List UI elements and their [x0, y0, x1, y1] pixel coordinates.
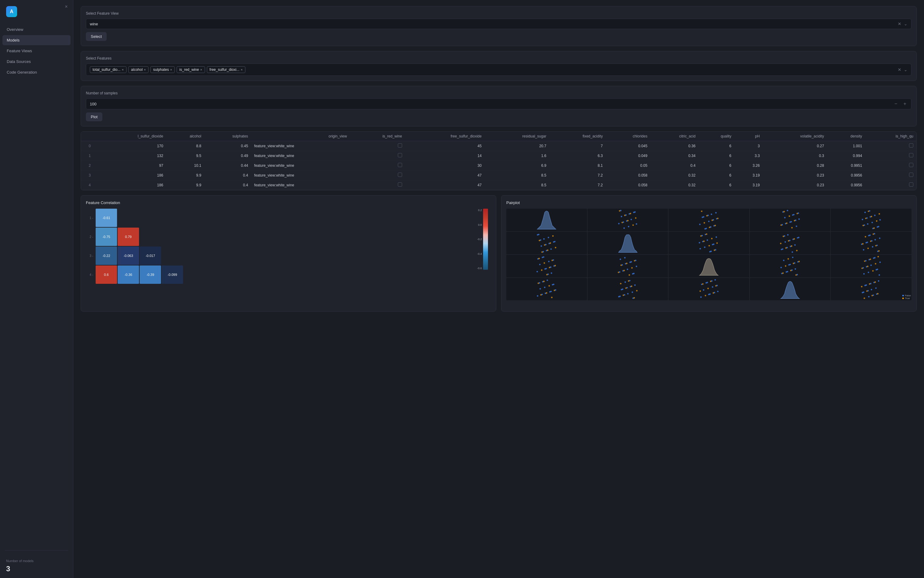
decrement-button[interactable]: − — [893, 101, 898, 107]
sidebar-item-data-sources[interactable]: Data Sources — [2, 57, 71, 67]
col-header-origin-view: origin_view — [251, 132, 350, 141]
svg-point-19 — [620, 210, 622, 211]
svg-point-171 — [548, 261, 550, 262]
cell-is-red-wine — [350, 151, 405, 161]
close-button[interactable]: × — [63, 4, 69, 10]
svg-point-71 — [864, 212, 866, 213]
increment-button[interactable]: + — [902, 101, 908, 107]
cell-is-high-qu — [865, 170, 916, 180]
svg-point-119 — [715, 249, 716, 250]
svg-point-114 — [713, 243, 715, 245]
tag-remove-free-sulfur[interactable]: × — [241, 68, 243, 71]
is-high-qu-checkbox[interactable] — [909, 182, 913, 187]
svg-point-177 — [543, 256, 544, 258]
is-red-wine-checkbox[interactable] — [398, 182, 402, 187]
tag-remove-sulphates[interactable]: × — [170, 68, 172, 71]
is-red-wine-checkbox[interactable] — [398, 173, 402, 177]
cell-chlorides: 0.058 — [606, 180, 651, 190]
corr-cell-1-3 — [162, 227, 183, 246]
cell-idx: 4 — [81, 180, 98, 190]
svg-point-53 — [781, 224, 783, 226]
svg-point-68 — [867, 223, 869, 225]
svg-point-269 — [620, 283, 622, 284]
svg-point-12 — [632, 224, 634, 226]
pairplot-title: Pairplot — [506, 200, 911, 205]
svg-point-79 — [864, 224, 866, 226]
svg-point-107 — [707, 239, 708, 241]
is-high-qu-checkbox[interactable] — [909, 153, 913, 157]
chevron-down-icon[interactable]: ⌄ — [904, 21, 908, 26]
cell-is-high-qu — [865, 141, 916, 151]
legend-item-false: False — [902, 294, 911, 297]
svg-point-219 — [791, 270, 792, 271]
svg-point-35 — [717, 218, 719, 219]
cell-residual-sugar: 6.9 — [485, 161, 549, 170]
svg-point-153 — [876, 244, 878, 246]
select-button[interactable]: Select — [86, 32, 107, 41]
svg-point-285 — [717, 291, 719, 292]
sidebar-item-models[interactable]: Models — [2, 35, 71, 45]
tag-remove-alcohol[interactable]: × — [144, 68, 146, 71]
svg-point-276 — [626, 287, 628, 288]
legend-false-dot — [902, 295, 904, 296]
svg-point-158 — [878, 250, 880, 252]
svg-point-108 — [700, 248, 701, 249]
svg-point-67 — [874, 215, 876, 216]
svg-point-228 — [863, 273, 865, 274]
svg-point-167 — [539, 264, 541, 265]
is-red-wine-checkbox[interactable] — [398, 143, 402, 148]
cell-chlorides: 0.045 — [606, 141, 651, 151]
is-red-wine-checkbox[interactable] — [398, 153, 402, 157]
col-header-is-high-qu: is_high_qu — [865, 132, 916, 141]
cell-idx: 1 — [81, 151, 98, 161]
pairplot-cell-0-3 — [750, 209, 830, 231]
svg-point-197 — [630, 261, 632, 263]
is-high-qu-checkbox[interactable] — [909, 173, 913, 177]
svg-point-230 — [868, 271, 869, 273]
svg-point-70 — [872, 222, 873, 223]
sidebar-item-overview[interactable]: Overview — [2, 24, 71, 34]
plot-button[interactable]: Plot — [86, 112, 102, 121]
is-high-qu-checkbox[interactable] — [909, 163, 913, 167]
svg-point-315 — [877, 293, 879, 294]
app-logo: A — [6, 6, 17, 17]
pairplot-cell-1-2 — [669, 232, 749, 255]
main-nav: Overview Models Feature Views Data Sourc… — [0, 24, 73, 547]
sidebar-item-feature-views[interactable]: Feature Views — [2, 46, 71, 56]
cell-is-high-qu — [865, 180, 916, 190]
pairplot-panel: Pairplot False True — [501, 195, 917, 312]
svg-point-77 — [878, 226, 879, 227]
svg-point-72 — [876, 220, 878, 222]
cell-density: 0.9956 — [827, 180, 866, 190]
corr-cell-3-1: -0.36 — [118, 265, 139, 284]
cell-volatile-acidity: 0.28 — [763, 161, 827, 170]
svg-point-289 — [707, 287, 709, 289]
pairplot-cell-2-1 — [588, 255, 668, 278]
is-red-wine-checkbox[interactable] — [398, 163, 402, 167]
tags-chevron-icon[interactable]: ⌄ — [904, 67, 908, 72]
svg-point-312 — [861, 286, 862, 287]
cell-density: 0.994 — [827, 151, 866, 161]
svg-point-92 — [552, 235, 554, 237]
tags-actions: ✕ ⌄ — [898, 67, 908, 72]
tag-remove-total-sulfur[interactable]: × — [122, 68, 123, 71]
table-row: 3 186 9.9 0.4 feature_view:white_wine 47… — [81, 170, 916, 180]
cell-citric-acid: 0.34 — [651, 151, 698, 161]
cell-idx: 3 — [81, 170, 98, 180]
cell-citric-acid: 0.36 — [651, 141, 698, 151]
svg-point-28 — [711, 214, 712, 215]
svg-point-273 — [629, 280, 630, 281]
tag-remove-is-red-wine[interactable]: × — [200, 68, 202, 71]
main-content: Select Feature View wine ✕ ⌄ Select Sele… — [73, 0, 924, 578]
sidebar-item-code-generation[interactable]: Code Generation — [2, 67, 71, 77]
clear-icon[interactable]: ✕ — [898, 21, 901, 26]
is-high-qu-checkbox[interactable] — [909, 143, 913, 148]
tags-clear-icon[interactable]: ✕ — [898, 67, 901, 72]
svg-point-275 — [633, 297, 635, 299]
cell-origin-view: feature_view:white_wine — [251, 141, 350, 151]
svg-point-188 — [619, 258, 621, 260]
cell-sulphates: 0.49 — [205, 151, 251, 161]
col-header-density: density — [827, 132, 866, 141]
svg-point-55 — [786, 222, 788, 224]
col-header-chlorides: chlorides — [606, 132, 651, 141]
